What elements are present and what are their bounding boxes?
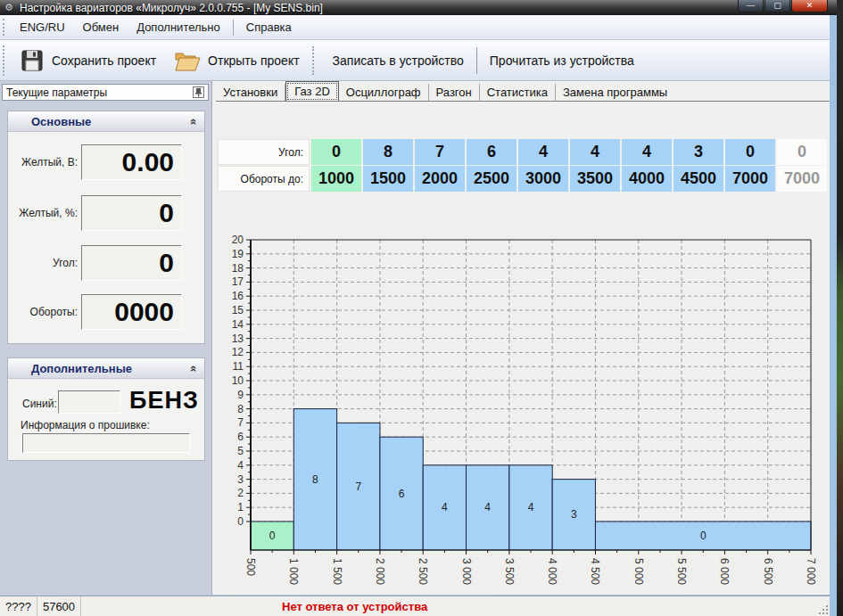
bar-value-label: 7 xyxy=(355,480,361,493)
y-tick-label: 19 xyxy=(232,248,244,260)
menu-item-обмен[interactable]: Обмен xyxy=(74,18,128,37)
rpm-cell[interactable]: 1500 xyxy=(363,166,413,192)
table-row-rpm: Обороты до: 1000150020002500300035004000… xyxy=(218,166,827,192)
tab-осциллограф[interactable]: Осциллограф xyxy=(339,84,429,102)
angle-cell[interactable]: 4 xyxy=(622,139,672,165)
rpm-cell[interactable]: 2500 xyxy=(467,166,517,192)
y-tick-label: 18 xyxy=(232,262,244,275)
angle-cell[interactable]: 4 xyxy=(518,139,568,165)
status-port-cell: ???? xyxy=(0,596,37,616)
write-to-device-label: Записать в устройство xyxy=(333,53,464,68)
angle-cell[interactable]: 3 xyxy=(674,139,723,165)
parameter-label: Желтый, В: xyxy=(8,156,81,168)
toolbar-grip-handle-2[interactable] xyxy=(312,46,315,75)
y-tick-label: 9 xyxy=(237,389,244,401)
resize-grip[interactable] xyxy=(817,604,828,614)
angle-cell: 0 xyxy=(777,139,827,165)
y-tick-label: 6 xyxy=(237,431,244,443)
panel-header: Текущие параметры xyxy=(2,84,209,101)
angle-cell[interactable]: 0 xyxy=(725,139,775,165)
desktop-edge xyxy=(837,0,843,616)
fuel-mode-indicator: БЕНЗ xyxy=(129,387,199,415)
additional-group-title: Дополнительные xyxy=(31,362,132,375)
titlebar[interactable]: ⚙ Настройка вариаторов «Микролуч» 2.0.0.… xyxy=(0,0,837,15)
blue-field-label: Синий: xyxy=(22,398,57,410)
write-to-device-button[interactable]: Записать в устройство xyxy=(322,50,475,71)
y-tick-label: 7 xyxy=(237,416,244,429)
maximize-button[interactable]: ▢ xyxy=(764,0,790,12)
angle-cell[interactable]: 4 xyxy=(570,139,620,165)
y-tick-label: 14 xyxy=(232,318,244,331)
parameter-label: Угол: xyxy=(8,257,81,269)
firmware-info-field[interactable] xyxy=(22,433,190,453)
chart-svg[interactable]: 0876444300123456789101112131415161718192… xyxy=(218,231,828,591)
status-message: Нет ответа от устройства xyxy=(81,596,433,616)
window-buttons: — ▢ ✕ xyxy=(737,0,828,12)
collapse-chevron-icon[interactable]: « xyxy=(187,365,201,371)
menu-item-eng-ru[interactable]: ENG/RU xyxy=(11,18,74,37)
menu-items: ENG/RUОбменДополнительноСправка xyxy=(11,18,301,37)
angle-cell[interactable]: 0 xyxy=(311,139,361,165)
collapse-chevron-icon[interactable]: « xyxy=(187,118,201,124)
gas-2d-chart[interactable]: 0876444300123456789101112131415161718192… xyxy=(218,231,828,595)
table-row-angle: Угол: 0876444300 xyxy=(218,139,827,165)
y-tick-label: 2 xyxy=(237,487,244,499)
menubar: ENG/RUОбменДополнительноСправка xyxy=(0,15,830,40)
parameter-label: Обороты: xyxy=(8,306,81,318)
y-tick-label: 20 xyxy=(232,234,244,246)
rpm-cell[interactable]: 1000 xyxy=(311,166,361,192)
y-tick-label: 0 xyxy=(237,515,244,528)
close-button[interactable]: ✕ xyxy=(791,0,828,12)
bar-value-label: 8 xyxy=(312,473,318,486)
x-tick-label: 1 500 xyxy=(331,558,343,585)
angle-cell[interactable]: 8 xyxy=(363,139,413,165)
y-tick-label: 3 xyxy=(237,473,244,486)
save-project-button[interactable]: Сохранить проект xyxy=(11,45,165,77)
tab-замена-программы[interactable]: Замена программы xyxy=(556,84,674,102)
window-title: Настройка вариаторов «Микролуч» 2.0.0.75… xyxy=(20,2,323,14)
x-tick-label: 2 000 xyxy=(374,558,386,585)
rpm-cell[interactable]: 3000 xyxy=(518,166,568,192)
gas-2d-tabpage: Угол: 0876444300 Обороты до: 10001500200… xyxy=(216,101,830,593)
tab-газ-2d[interactable]: Газ 2D xyxy=(285,81,339,102)
read-from-device-label: Прочитать из устройства xyxy=(490,53,634,68)
open-project-button[interactable]: Открыть проект xyxy=(165,45,309,76)
tab-статистика[interactable]: Статистика xyxy=(480,84,556,102)
bar-value-label: 0 xyxy=(269,530,276,542)
bar-value-label: 4 xyxy=(484,501,491,513)
angle-cell[interactable]: 6 xyxy=(467,139,517,165)
open-project-label: Открыть проект xyxy=(208,53,300,68)
menu-item-дополнительно[interactable]: Дополнительно xyxy=(128,18,229,37)
rpm-row-label: Обороты до: xyxy=(218,166,310,192)
read-from-device-button[interactable]: Прочитать из устройства xyxy=(479,50,645,71)
rpm-cell[interactable]: 2000 xyxy=(415,166,465,192)
y-tick-label: 16 xyxy=(232,290,244,302)
y-tick-label: 10 xyxy=(232,374,244,387)
pin-icon[interactable] xyxy=(193,86,204,98)
menubar-grip-handle[interactable] xyxy=(3,19,5,36)
basic-group-header[interactable]: Основные « xyxy=(8,111,204,132)
x-tick-label: 7 000 xyxy=(805,558,817,585)
toolbar-grip-handle[interactable] xyxy=(3,45,5,76)
y-tick-label: 5 xyxy=(237,445,244,457)
additional-group-header[interactable]: Дополнительные « xyxy=(8,358,204,379)
y-tick-label: 15 xyxy=(232,304,244,316)
x-tick-label: 3 000 xyxy=(460,558,473,585)
angle-cell[interactable]: 7 xyxy=(415,139,465,165)
parameter-value-display: 0 xyxy=(81,195,182,231)
tab-установки[interactable]: Установки xyxy=(216,84,285,102)
rpm-cell[interactable]: 3500 xyxy=(570,166,620,192)
menu-item-справка[interactable]: Справка xyxy=(237,18,301,37)
rpm-cell[interactable]: 4500 xyxy=(674,166,723,192)
parameter-row: Желтый, %:0 xyxy=(8,195,206,231)
rpm-cell[interactable]: 7000 xyxy=(725,166,775,192)
y-tick-label: 12 xyxy=(232,346,244,358)
main-area: Текущие параметры Основные « Желтый, В:0… xyxy=(0,81,830,595)
bar-value-label: 4 xyxy=(442,501,448,513)
tab-разгон[interactable]: Разгон xyxy=(429,84,480,102)
minimize-button[interactable]: — xyxy=(738,0,764,12)
blue-field[interactable] xyxy=(58,390,120,414)
parameter-row: Желтый, В:0.00 xyxy=(8,144,206,180)
rpm-cell[interactable]: 4000 xyxy=(622,166,672,192)
angle-rpm-table: Угол: 0876444300 Обороты до: 10001500200… xyxy=(218,139,827,193)
